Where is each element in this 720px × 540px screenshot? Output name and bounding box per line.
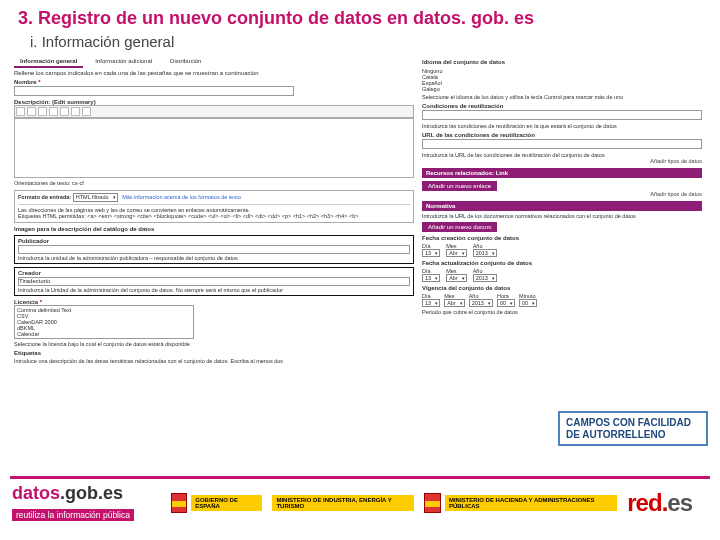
gob-text: GOBIERNO DE ESPAÑA <box>191 495 262 511</box>
italic-icon[interactable] <box>27 107 36 116</box>
sel-min[interactable]: 00 <box>519 299 537 307</box>
html-note-line2: Etiquetas HTML permitidas: <a> <em> <str… <box>18 213 410 220</box>
input-condiciones[interactable] <box>422 110 702 120</box>
form-screenshot: Información general Información adiciona… <box>0 56 720 364</box>
label-publicador: Publicador <box>18 238 410 244</box>
btn-add-link[interactable]: Añadir un nuevo enlace <box>422 181 497 191</box>
link-icon[interactable] <box>60 107 69 116</box>
html-format-note: Formato de entrada: HTML filtrado Más in… <box>14 190 414 223</box>
section-recursos: Recursos relacionados: Link <box>422 168 702 178</box>
list-icon[interactable] <box>49 107 58 116</box>
logo-min-industria: MINISTERIO DE INDUSTRIA, ENERGÍA Y TURIS… <box>272 495 414 511</box>
sel-ano-1[interactable]: 2013 <box>473 249 497 257</box>
desc-publicador: Introduzca la unidad de la administració… <box>18 255 410 261</box>
desc-etiquetas: Introduce una descripción de las áreas t… <box>14 358 414 364</box>
label-condiciones: Condiciones de reutilización <box>422 103 702 109</box>
slide-subtitle: i. Información general <box>0 31 720 56</box>
date-vigencia: Día13 MesAbr Año2013 Hora00 Minuto00 <box>422 293 702 307</box>
footer: datos.gob.es reutiliza la información pú… <box>0 476 720 540</box>
desc-creador: Introduzca la Unidad de la administració… <box>18 287 410 293</box>
desc-periodo: Periodo que cubre el conjunto de datos <box>422 309 702 315</box>
sel-dia-3[interactable]: 13 <box>422 299 440 307</box>
idioma-opt-3[interactable]: Galego <box>422 86 440 92</box>
label-creador: Creador <box>18 270 410 276</box>
label-idioma: Idioma del conjunto de datos <box>422 59 702 65</box>
image-icon[interactable] <box>71 107 80 116</box>
logo-tagline: reutiliza la información pública <box>12 509 134 521</box>
html-format-link[interactable]: Más información acerca de los formatos d… <box>122 194 241 200</box>
logo-datos-gob-es: datos.gob.es reutiliza la información pú… <box>12 483 161 522</box>
btn-add-normativa[interactable]: Añadir un nuevo docum <box>422 222 497 232</box>
label-url-cond: URL de las condiciones de reutilización <box>422 132 702 138</box>
desc-idioma: Seleccione el idioma de los datos y util… <box>422 94 702 100</box>
editor-toolbar[interactable] <box>14 105 414 118</box>
input-url-cond[interactable] <box>422 139 702 149</box>
html-format-label: Formato de entrada: <box>18 194 71 200</box>
tabs: Información general Información adiciona… <box>14 56 414 68</box>
desc-condiciones: Introduzca las condiciones de reutilizac… <box>422 123 702 129</box>
logo-gobes-word: .gob.es <box>60 483 123 503</box>
html-note-line1: Las direcciones de las páginas web y las… <box>18 207 410 214</box>
desc-licencia: Seleccione la licencia bajo la cual el c… <box>14 341 414 347</box>
tab-info-general[interactable]: Información general <box>14 56 83 68</box>
callout-autorrelleno: CAMPOS CON FACILIDAD DE AUTORRELLENO <box>558 411 708 446</box>
sel-dia-1[interactable]: 13 <box>422 249 440 257</box>
date-creacion: Día13 MesAbr Año2013 <box>422 243 702 257</box>
min2-text: MINISTERIO DE HACIENDA Y ADMINISTRACIONE… <box>445 495 617 511</box>
sel-mes-1[interactable]: Abr <box>446 249 467 257</box>
sel-mes-2[interactable]: Abr <box>446 274 467 282</box>
slide-title: 3. Registro de un nuevo conjunto de dato… <box>0 0 720 31</box>
sel-ano-3[interactable]: 2013 <box>469 299 493 307</box>
logo-red-es: red.es <box>627 489 692 517</box>
label-etiquetas: Etiquetas <box>14 350 414 356</box>
block-publicador: Publicador Introduzca la unidad de la ad… <box>14 235 414 264</box>
escudo-icon <box>171 493 188 513</box>
footer-divider <box>10 476 710 479</box>
logo-gobierno: GOBIERNO DE ESPAÑA <box>171 493 263 513</box>
underline-icon[interactable] <box>38 107 47 116</box>
tab-info-adicional[interactable]: Información adicional <box>89 56 158 68</box>
section-normativa: Normativa <box>422 201 702 211</box>
label-nombre: Nombre <box>14 79 414 85</box>
guidance-text: Orientaciones de texto: cs-cf <box>14 180 414 186</box>
label-imagen: Imagen para la descripción del catálogo … <box>14 226 414 232</box>
logo-datos-word: datos <box>12 483 60 503</box>
sel-mes-3[interactable]: Abr <box>444 299 465 307</box>
more-icon[interactable] <box>82 107 91 116</box>
input-publicador[interactable] <box>18 245 410 254</box>
select-licencia[interactable]: Comma delimited Text CSV CalenDAR 2000 d… <box>14 305 194 339</box>
anadir-tipos-2[interactable]: Añadir tipos de datos <box>422 191 702 197</box>
min1-text: MINISTERIO DE INDUSTRIA, ENERGÍA Y TURIS… <box>272 495 414 511</box>
input-creador[interactable]: Tiradectorio <box>18 277 410 286</box>
rich-text-editor[interactable] <box>14 118 414 178</box>
input-nombre[interactable] <box>14 86 294 96</box>
anadir-tipos[interactable]: Añadir tipos de datos <box>422 158 702 164</box>
idioma-list: Ninguno Català Español Galego <box>422 68 702 92</box>
form-hint: Rellene los campos indicados en cada una… <box>14 70 414 76</box>
escudo-icon-2 <box>424 493 441 513</box>
tab-distribucion[interactable]: Distribución <box>164 56 207 68</box>
label-fecha-act: Fecha actualización conjunto de datos <box>422 260 702 266</box>
block-creador: Creador Tiradectorio Introduzca la Unida… <box>14 267 414 296</box>
lic-opt-4[interactable]: Calendar <box>17 331 191 337</box>
html-format-select[interactable]: HTML filtrado <box>73 193 118 202</box>
sel-ano-2[interactable]: 2013 <box>473 274 497 282</box>
logo-min-hacienda: MINISTERIO DE HACIENDA Y ADMINISTRACIONE… <box>424 493 617 513</box>
label-vigencia: Vigencia del conjunto de datos <box>422 285 702 291</box>
bold-icon[interactable] <box>16 107 25 116</box>
sel-hora[interactable]: 00 <box>497 299 515 307</box>
label-fecha-creacion: Fecha creación conjunto de datos <box>422 235 702 241</box>
date-act: Día13 MesAbr Año2013 <box>422 268 702 282</box>
sel-dia-2[interactable]: 13 <box>422 274 440 282</box>
desc-normativa: Introduzca la URL de los documentos norm… <box>422 213 702 219</box>
